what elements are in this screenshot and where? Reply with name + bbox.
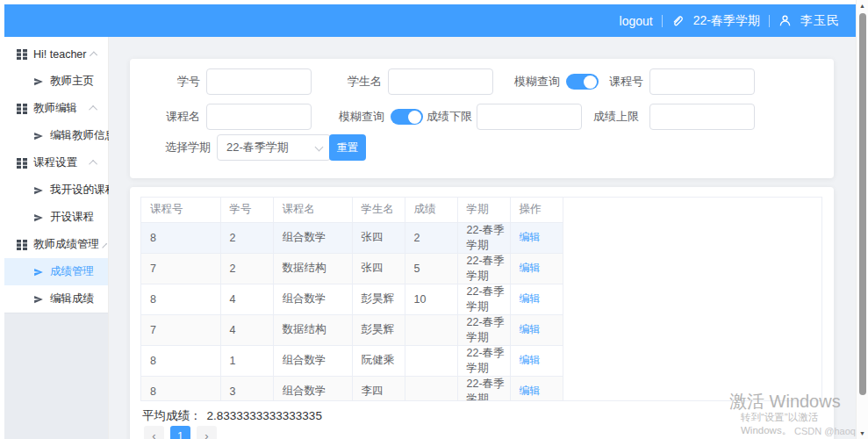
cell: 1 <box>220 345 273 376</box>
menu-label: 教师主页 <box>50 74 94 89</box>
average-score-label: 平均成绩： <box>142 409 202 422</box>
cell: 3 <box>220 376 273 401</box>
user-icon <box>778 14 792 27</box>
sidebar-item-teacher-home[interactable]: 教师主页 <box>4 68 108 95</box>
page: logout 22-春季学期 李玉民 Hi! teacher <box>0 0 868 439</box>
fuzzy-query-label-2: 模糊查询 <box>305 104 384 130</box>
cell: 数据结构 <box>273 253 352 284</box>
col-student-name: 学生名 <box>352 198 405 222</box>
edit-link[interactable]: 编辑 <box>520 385 541 397</box>
scroll-down-arrow-icon[interactable]: ▼ <box>859 430 865 436</box>
average-score-line: 平均成绩：2.8333333333333335 <box>142 408 322 424</box>
cell: 8 <box>141 376 220 401</box>
cell: 22-春季学期 <box>457 345 510 376</box>
table-row[interactable]: 8 4 组合数学 彭昊辉 10 22-春季学期 编辑 <box>141 284 563 314</box>
average-score-value: 2.8333333333333335 <box>207 409 322 422</box>
sidebar-section-grade-management[interactable]: 教师成绩管理 <box>4 231 108 258</box>
semester-select[interactable]: 22-春季学期 <box>217 134 331 161</box>
grades-table: 课程号 学号 课程名 学生名 成绩 学期 操作 8 2 <box>140 197 822 401</box>
cell: 22-春季学期 <box>457 314 510 345</box>
page-1-button[interactable]: 1 <box>170 426 190 439</box>
menu-label: 编辑成绩 <box>50 291 94 306</box>
score-min-label: 成绩下限 <box>393 104 472 130</box>
cell <box>405 376 457 401</box>
table-row[interactable]: 8 3 组合数学 李四 22-春季学期 编辑 <box>141 376 563 401</box>
student-name-input[interactable] <box>388 68 493 95</box>
scrollbar-thumb[interactable] <box>859 13 866 395</box>
menu-label: Hi! teacher <box>33 48 86 61</box>
scroll-up-arrow-icon[interactable]: ▲ <box>859 3 865 9</box>
grid-icon <box>17 158 27 169</box>
edit-link[interactable]: 编辑 <box>520 323 541 335</box>
edit-link[interactable]: 编辑 <box>520 262 541 274</box>
reset-button[interactable]: 重置 <box>329 134 366 161</box>
sidebar-item-open-course[interactable]: 开设课程 <box>4 204 108 231</box>
semester-label: 选择学期 <box>130 134 211 161</box>
course-id-input[interactable] <box>649 68 755 95</box>
sidebar-section-hi-teacher[interactable]: Hi! teacher <box>4 40 108 68</box>
pagination: ‹ 1 › <box>144 426 217 439</box>
fuzzy-query-label-1: 模糊查询 <box>481 68 560 95</box>
student-name-label: 学生名 <box>314 68 382 95</box>
col-course-name: 课程名 <box>273 198 352 222</box>
cell: 7 <box>141 314 220 345</box>
table-row[interactable]: 7 4 数据结构 彭昊辉 22-春季学期 编辑 <box>141 314 563 345</box>
chevron-down-icon <box>315 143 324 152</box>
menu-label: 课程设置 <box>33 155 77 170</box>
filter-card: 学号 学生名 模糊查询 课程号 课程名 模糊查询 成绩下限 成绩上限 选择学期 <box>130 59 834 178</box>
cell: 张四 <box>352 253 405 284</box>
edit-link[interactable]: 编辑 <box>520 231 541 243</box>
filter-form: 学号 学生名 模糊查询 课程号 课程名 模糊查询 成绩下限 成绩上限 选择学期 <box>130 59 834 178</box>
student-id-input[interactable] <box>206 68 312 95</box>
cell: 22-春季学期 <box>457 284 510 314</box>
student-id-label: 学号 <box>130 68 200 95</box>
cell: 22-春季学期 <box>457 376 510 401</box>
score-max-input[interactable] <box>649 104 755 130</box>
cell: 李四 <box>352 376 405 401</box>
chevron-up-icon <box>90 51 97 59</box>
paper-plane-icon <box>33 185 44 196</box>
cell: 22-春季学期 <box>457 253 510 284</box>
edit-link[interactable]: 编辑 <box>520 354 541 366</box>
paper-plane-icon <box>33 267 44 277</box>
chevron-up-icon <box>102 243 107 248</box>
cell: 5 <box>405 253 457 284</box>
menu-label: 成绩管理 <box>50 264 94 279</box>
col-student-id: 学号 <box>220 198 273 222</box>
next-page-button[interactable]: › <box>197 426 217 439</box>
header-username[interactable]: 李玉民 <box>800 13 840 29</box>
sidebar-item-edit-teacher-info[interactable]: 编辑教师信息 <box>4 122 108 149</box>
activate-windows-watermark: 激活 Windows <box>729 390 841 414</box>
logout-link[interactable]: logout <box>620 14 653 28</box>
cell: 2 <box>220 222 273 253</box>
sidebar-section-teacher-edit[interactable]: 教师编辑 <box>4 95 108 122</box>
table-row[interactable]: 8 1 组合数学 阮健乘 22-春季学期 编辑 <box>141 345 563 376</box>
cell: 组合数学 <box>273 345 352 376</box>
col-semester: 学期 <box>457 198 510 222</box>
sidebar-item-edit-grades[interactable]: 编辑成绩 <box>4 285 108 313</box>
header-semester[interactable]: 22-春季学期 <box>693 13 760 29</box>
paper-plane-icon <box>33 212 44 223</box>
sidebar-section-course-settings[interactable]: 课程设置 <box>4 149 108 176</box>
edit-link[interactable]: 编辑 <box>520 292 541 305</box>
scrollbar[interactable]: ▲ ▼ <box>856 0 868 439</box>
table-row[interactable]: 8 2 组合数学 张四 2 22-春季学期 编辑 <box>141 222 563 253</box>
cell: 8 <box>141 284 220 314</box>
cell: 组合数学 <box>273 222 352 253</box>
grid-icon <box>17 104 27 114</box>
cell <box>405 345 457 376</box>
menu-label: 编辑教师信息 <box>50 128 116 143</box>
col-course-id: 课程号 <box>141 198 220 222</box>
score-min-input[interactable] <box>477 104 582 130</box>
chevron-up-icon <box>89 160 97 169</box>
top-header-bar: logout 22-春季学期 李玉民 <box>4 4 856 37</box>
cell: 阮健乘 <box>352 345 405 376</box>
sidebar-item-my-courses[interactable]: 我开设的课程 <box>4 176 108 204</box>
table-row[interactable]: 7 2 数据结构 张四 5 22-春季学期 编辑 <box>141 253 563 284</box>
prev-page-button[interactable]: ‹ <box>144 426 164 439</box>
menu-label: 教师编辑 <box>33 101 77 116</box>
course-name-input[interactable] <box>206 104 312 130</box>
sidebar-menu: Hi! teacher 教师主页 教师编辑 <box>4 37 108 313</box>
grades-card: 课程号 学号 课程名 学生名 成绩 学期 操作 8 2 <box>130 187 834 439</box>
sidebar-item-grade-manage-active[interactable]: 成绩管理 <box>4 258 108 285</box>
